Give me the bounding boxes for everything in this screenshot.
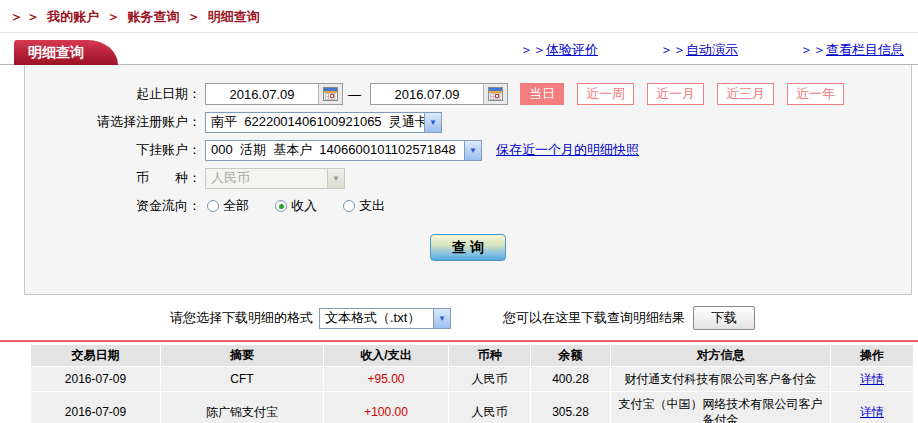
- detail-link[interactable]: 详情: [860, 405, 884, 419]
- flow-option-income-label: 收入: [291, 197, 317, 215]
- sub-account-value: 000 活期 基本户 1406600101102571848: [206, 141, 464, 159]
- date-range-row: 起止日期： — 当日 近一周 近一月 近三月 近一年: [25, 82, 911, 106]
- sub-account-label: 下挂账户：: [25, 141, 201, 159]
- column-info-link[interactable]: 查看栏目信息: [826, 42, 904, 57]
- breadcrumb-separator: ＞: [187, 9, 200, 24]
- cell-date: 2016-07-09: [31, 392, 160, 423]
- table-row: 2016-07-09 陈广锦支付宝 +100.00 人民币 305.28 支付宝…: [31, 392, 913, 423]
- download-section: 请您选择下载明细的格式 文本格式（.txt） ▼ 您可以在这里下载查询明细结果 …: [170, 306, 918, 330]
- col-header-currency: 币种: [449, 345, 530, 366]
- date-range-dash: —: [348, 87, 361, 102]
- cell-currency: 人民币: [449, 367, 530, 391]
- date-range-label: 起止日期：: [25, 85, 201, 103]
- radio-checked-icon: [275, 200, 287, 212]
- flow-option-expense[interactable]: 支出: [343, 197, 385, 215]
- link-experience-rating: ＞＞体验评价: [520, 41, 598, 59]
- date-to-field: [370, 83, 508, 105]
- quick-range-week-button[interactable]: 近一周: [577, 83, 634, 105]
- flow-direction-options: 全部 收入 支出: [207, 197, 411, 215]
- flow-direction-row: 资金流向： 全部 收入 支出: [25, 194, 911, 218]
- flow-option-expense-label: 支出: [359, 197, 385, 215]
- register-account-label: 请选择注册账户：: [25, 113, 201, 131]
- top-links: ＞＞体验评价 ＞＞自动演示 ＞＞查看栏目信息: [458, 41, 904, 59]
- cell-counterparty: 支付宝（中国）网络技术有限公司客户备付金: [611, 392, 830, 423]
- radio-icon: [207, 200, 219, 212]
- quick-range-buttons: 当日 近一周 近一月 近三月 近一年: [520, 83, 857, 105]
- breadcrumb-separator: ＞: [107, 9, 120, 24]
- calendar-icon: [488, 87, 503, 101]
- auto-demo-link[interactable]: 自动演示: [686, 42, 738, 57]
- cell-action: 详情: [831, 392, 913, 423]
- cell-summary: 陈广锦支付宝: [161, 392, 323, 423]
- cell-amount: +100.00: [324, 392, 448, 423]
- download-format-label: 请您选择下载明细的格式: [170, 309, 313, 327]
- radio-icon: [343, 200, 355, 212]
- download-button[interactable]: 下载: [693, 306, 755, 330]
- link-auto-demo: ＞＞自动演示: [660, 41, 738, 59]
- cell-amount: +95.00: [324, 367, 448, 391]
- table-row: 2016-07-09 CFT +95.00 人民币 400.28 财付通支付科技…: [31, 367, 913, 391]
- breadcrumb: ＞ ＞ 我的账户 ＞ 账务查询 ＞ 明细查询: [0, 0, 918, 33]
- cell-action: 详情: [831, 367, 913, 391]
- red-divider: [0, 340, 918, 342]
- flow-option-income[interactable]: 收入: [275, 197, 317, 215]
- tab-bar: 明细查询 ＞＞体验评价 ＞＞自动演示 ＞＞查看栏目信息: [0, 35, 918, 65]
- download-hint: 您可以在这里下载查询明细结果: [503, 309, 685, 327]
- currency-row: 币 种： 人民币 ▼: [25, 166, 911, 190]
- link-prefix: ＞＞: [520, 42, 546, 57]
- col-header-balance: 余额: [531, 345, 610, 366]
- chevron-down-icon: ▼: [433, 309, 450, 328]
- sub-account-row: 下挂账户： 000 活期 基本户 1406600101102571848 ▼ 保…: [25, 138, 911, 162]
- date-from-field: [205, 83, 343, 105]
- date-from-input[interactable]: [206, 85, 318, 103]
- date-from-calendar-button[interactable]: [318, 84, 342, 104]
- chevron-down-icon: ▼: [424, 113, 441, 132]
- breadcrumb-item-detail-query[interactable]: 明细查询: [208, 9, 260, 24]
- cell-balance: 305.28: [531, 392, 610, 423]
- cell-currency: 人民币: [449, 392, 530, 423]
- tab-detail-query[interactable]: 明细查询: [14, 40, 118, 65]
- currency-value: 人民币: [206, 169, 327, 187]
- detail-link[interactable]: 详情: [860, 372, 884, 386]
- date-to-calendar-button[interactable]: [483, 84, 507, 104]
- date-to-input[interactable]: [371, 85, 483, 103]
- sub-account-select[interactable]: 000 活期 基本户 1406600101102571848 ▼: [205, 140, 482, 161]
- query-button[interactable]: 查 询: [430, 234, 506, 261]
- experience-rating-link[interactable]: 体验评价: [546, 42, 598, 57]
- calendar-icon: [323, 87, 338, 101]
- link-prefix: ＞＞: [800, 42, 826, 57]
- cell-date: 2016-07-09: [31, 367, 160, 391]
- save-snapshot-link[interactable]: 保存近一个月的明细快照: [496, 141, 639, 159]
- quick-range-3months-button[interactable]: 近三月: [717, 83, 774, 105]
- transactions-table: 交易日期 摘要 收入/支出 币种 余额 对方信息 操作 2016-07-09 C…: [30, 344, 914, 423]
- breadcrumb-prefix: ＞ ＞: [10, 9, 40, 24]
- cell-counterparty: 财付通支付科技有限公司客户备付金: [611, 367, 830, 391]
- cell-summary: CFT: [161, 367, 323, 391]
- currency-select: 人民币 ▼: [205, 168, 345, 189]
- table-header-row: 交易日期 摘要 收入/支出 币种 余额 对方信息 操作: [31, 345, 913, 366]
- link-prefix: ＞＞: [660, 42, 686, 57]
- register-account-select[interactable]: 南平 6222001406100921065 灵通卡 ▼: [205, 112, 442, 133]
- query-form-panel: 起止日期： — 当日 近一周 近一月 近三月 近一年: [24, 65, 912, 295]
- breadcrumb-item-account-query[interactable]: 账务查询: [128, 9, 180, 24]
- download-format-select[interactable]: 文本格式（.txt） ▼: [319, 308, 451, 329]
- link-column-info: ＞＞查看栏目信息: [800, 41, 904, 59]
- quick-range-today-button[interactable]: 当日: [520, 83, 564, 105]
- quick-range-year-button[interactable]: 近一年: [787, 83, 844, 105]
- col-header-date: 交易日期: [31, 345, 160, 366]
- download-format-value: 文本格式（.txt）: [320, 309, 433, 327]
- flow-direction-label: 资金流向：: [25, 197, 201, 215]
- chevron-down-icon: ▼: [464, 141, 481, 160]
- cell-balance: 400.28: [531, 367, 610, 391]
- quick-range-month-button[interactable]: 近一月: [647, 83, 704, 105]
- currency-label: 币 种：: [25, 169, 201, 187]
- col-header-action: 操作: [831, 345, 913, 366]
- chevron-down-icon: ▼: [327, 169, 344, 188]
- col-header-counterparty: 对方信息: [611, 345, 830, 366]
- register-account-value: 南平 6222001406100921065 灵通卡: [206, 113, 424, 131]
- flow-option-all[interactable]: 全部: [207, 197, 249, 215]
- col-header-summary: 摘要: [161, 345, 323, 366]
- breadcrumb-item-my-account[interactable]: 我的账户: [47, 9, 99, 24]
- col-header-amount: 收入/支出: [324, 345, 448, 366]
- flow-option-all-label: 全部: [223, 197, 249, 215]
